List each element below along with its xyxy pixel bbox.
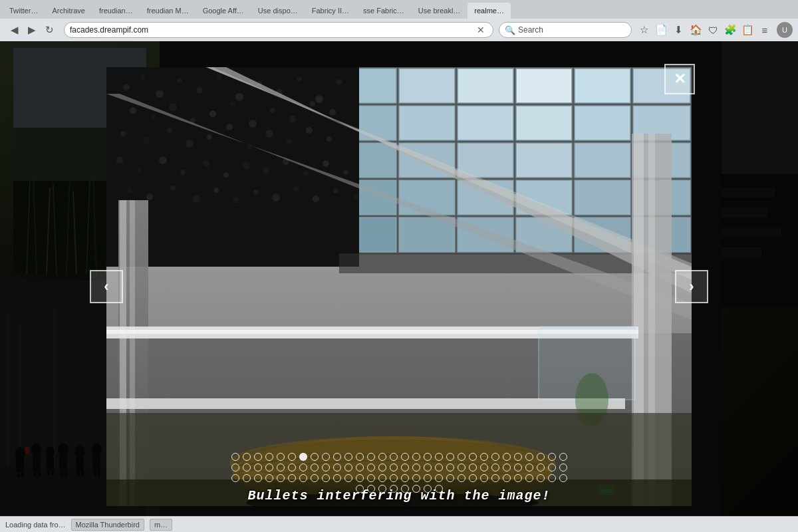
bullet-dot[interactable]: [503, 464, 511, 471]
bullet-dot[interactable]: [525, 453, 533, 461]
bullet-dot[interactable]: [412, 474, 420, 482]
bullet-dot[interactable]: [231, 464, 239, 471]
bullet-dot[interactable]: [559, 453, 567, 461]
bullet-dot[interactable]: [559, 474, 567, 482]
bullet-dot[interactable]: [311, 464, 319, 471]
bullet-dot[interactable]: [299, 474, 307, 482]
tab-twitter[interactable]: Twitter…: [3, 3, 45, 19]
tab-fabricy[interactable]: Fabricy II…: [305, 3, 356, 19]
bullet-dot[interactable]: [424, 464, 432, 471]
bullet-dot[interactable]: [390, 453, 398, 461]
bullet-dot[interactable]: [243, 464, 251, 471]
bullet-dot[interactable]: [288, 474, 296, 482]
bullet-dot[interactable]: [277, 453, 285, 461]
bullet-dot[interactable]: [525, 474, 533, 482]
bullet-dot[interactable]: [367, 464, 375, 471]
bullet-dot[interactable]: [265, 464, 273, 471]
tab-breakl[interactable]: Use breakl…: [412, 3, 467, 19]
bookmark-star-icon[interactable]: ☆: [637, 23, 650, 37]
bullet-dot[interactable]: [299, 464, 307, 471]
tab-use-dispo[interactable]: Use dispo…: [251, 3, 305, 19]
bullet-dot[interactable]: [288, 464, 296, 471]
privacy-icon[interactable]: 🛡: [706, 23, 720, 37]
tab-freudian[interactable]: freudian…: [92, 3, 140, 19]
bullet-dot[interactable]: [333, 453, 341, 461]
bullet-dot[interactable]: [344, 474, 352, 482]
bullet-dot[interactable]: [356, 453, 364, 461]
bullet-dot[interactable]: [514, 453, 522, 461]
bullet-dot[interactable]: [424, 453, 432, 461]
url-close-icon[interactable]: ✕: [474, 25, 487, 35]
bullet-dot[interactable]: [503, 474, 511, 482]
bullet-dot[interactable]: [446, 474, 454, 482]
bullet-dot[interactable]: [356, 464, 364, 471]
back-button[interactable]: ◀: [8, 23, 21, 37]
bullet-dot[interactable]: [322, 464, 330, 471]
bullet-dot[interactable]: [322, 453, 330, 461]
bullet-dot[interactable]: [412, 464, 420, 471]
bullet-dot[interactable]: [367, 474, 375, 482]
url-bar[interactable]: facades.dreampif.com ✕: [64, 22, 493, 38]
download-icon[interactable]: ⬇: [672, 23, 685, 37]
bullet-dot[interactable]: [277, 474, 285, 482]
bullet-dot[interactable]: [254, 453, 262, 461]
bullet-dot[interactable]: [401, 474, 409, 482]
bullet-dot[interactable]: [503, 453, 511, 461]
bullet-dot[interactable]: [559, 464, 567, 471]
avatar-icon[interactable]: U: [777, 22, 793, 38]
bullet-dot[interactable]: [243, 453, 251, 461]
bullet-dot[interactable]: [333, 474, 341, 482]
bullet-dot[interactable]: [446, 464, 454, 471]
tab-architrave[interactable]: Architrave: [45, 3, 92, 19]
taskbar-thunderbird[interactable]: Mozilla Thunderbird: [71, 519, 144, 531]
bullet-dot[interactable]: [491, 453, 499, 461]
bullet-dot[interactable]: [378, 464, 386, 471]
bullet-dot[interactable]: [367, 453, 375, 461]
bullet-dot[interactable]: [311, 474, 319, 482]
tab-realme[interactable]: realme…: [467, 3, 511, 19]
bullet-dot[interactable]: [412, 453, 420, 461]
bullet-dot[interactable]: [254, 464, 262, 471]
search-bar[interactable]: 🔍 Search: [499, 22, 632, 38]
bullet-dot[interactable]: [401, 464, 409, 471]
more-icon[interactable]: ≡: [758, 23, 771, 37]
bullet-dot[interactable]: [231, 474, 239, 482]
reload-button[interactable]: ↻: [43, 23, 56, 37]
bullet-dot[interactable]: [356, 474, 364, 482]
bullet-dot[interactable]: [435, 464, 443, 471]
bullet-dot[interactable]: [265, 474, 273, 482]
clip-icon[interactable]: 📋: [741, 23, 754, 37]
bullet-dot[interactable]: [344, 453, 352, 461]
bullet-dot[interactable]: [288, 453, 296, 461]
bullet-dot[interactable]: [390, 464, 398, 471]
close-button[interactable]: ✕: [664, 64, 695, 94]
bullet-dot[interactable]: [277, 464, 285, 471]
bullet-dot[interactable]: [243, 474, 251, 482]
bullet-dot[interactable]: [424, 474, 432, 482]
bullet-dot[interactable]: [333, 464, 341, 471]
bullet-dot[interactable]: [537, 464, 545, 471]
bullet-dot[interactable]: [390, 474, 398, 482]
bullet-dot[interactable]: [378, 474, 386, 482]
bullet-dot[interactable]: [458, 464, 466, 471]
bullet-dot[interactable]: [480, 464, 488, 471]
bullet-dot[interactable]: [469, 453, 477, 461]
bullet-dot[interactable]: [254, 474, 262, 482]
taskbar-item[interactable]: m…: [150, 519, 172, 531]
bullet-dot[interactable]: [378, 453, 386, 461]
bullet-dot[interactable]: [514, 474, 522, 482]
bullet-dot[interactable]: [480, 453, 488, 461]
reader-icon[interactable]: 📄: [654, 23, 668, 37]
bullet-dot[interactable]: [231, 453, 239, 461]
bullet-dot[interactable]: [548, 464, 556, 471]
bullet-dot[interactable]: [514, 464, 522, 471]
bullet-dot[interactable]: [299, 453, 307, 461]
bullet-dot[interactable]: [344, 464, 352, 471]
tab-freudian-m[interactable]: freudian M…: [140, 3, 196, 19]
bullet-dot[interactable]: [446, 453, 454, 461]
home-icon[interactable]: 🏠: [689, 23, 702, 37]
prev-button[interactable]: ‹: [90, 270, 123, 303]
bullet-dot[interactable]: [435, 474, 443, 482]
bullet-dot[interactable]: [469, 464, 477, 471]
bullet-dot[interactable]: [469, 474, 477, 482]
